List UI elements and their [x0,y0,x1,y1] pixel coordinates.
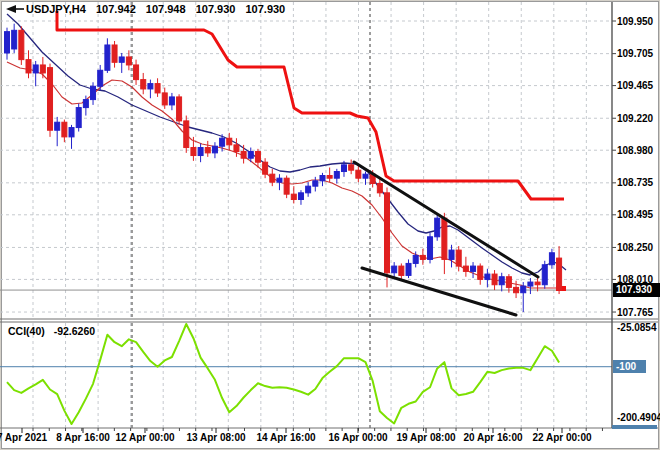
candle-bear [492,274,497,285]
candle-bear [535,282,540,285]
price-axis-label: 109.220 [617,113,654,124]
indicator-title: CCI(40) -92.6260 [8,325,101,337]
candle-bull [313,181,318,186]
cci-max-label: -25.0854 [617,322,656,333]
candle-bull [33,65,38,73]
candle-bull [55,122,60,130]
time-axis-label: 7 Apr 2021 [0,432,48,443]
candle-bear [126,57,131,65]
current-price-badge: 107.930 [613,283,660,297]
candle-bear [191,148,196,156]
candle-bear [478,266,483,279]
candle-bull [248,152,253,159]
cci-level-badge: -100 [613,360,646,373]
candle-bear [420,255,425,259]
candle-bear [506,277,511,288]
candle-bull [499,277,504,285]
time-axis-label: 22 Apr 00:00 [532,432,592,443]
candle-bull [220,138,225,146]
price-axis-label: 108.980 [617,145,654,156]
candle-bear [234,145,239,152]
time-axis-label: 20 Apr 16:00 [463,432,523,443]
chart-title-bar: USDJPY,H4 107.942 107.948 107.930 107.93… [26,3,292,15]
candle-bull [306,186,311,193]
candle-bull [320,176,325,181]
price-axis-label: 108.250 [617,242,654,253]
time-axis-label: 16 Apr 00:00 [328,432,388,443]
symbol-timeframe-label: USDJPY,H4 [26,3,86,15]
candle-bull [334,172,339,179]
candle-bear [19,30,24,59]
candle-bear [155,84,160,93]
candle-bull [449,250,454,259]
cci-min-label: -200.4904 [617,412,660,423]
price-chart-canvas[interactable]: 109.950109.705109.465109.220108.980108.7… [0,0,660,450]
indicator-value-label: -92.6260 [54,325,95,337]
candle-bull [76,108,81,128]
candle-bear [205,148,210,153]
candle-bear [270,174,275,182]
candle-bull [12,30,17,49]
time-axis-label: 12 Apr 00:00 [115,432,175,443]
ohlc-high-value: 107.948 [146,3,186,15]
price-axis-label: 108.495 [617,209,654,220]
candle-bear [557,258,562,290]
candle-bear [377,184,382,193]
candle-bull [341,165,346,172]
candle-bear [327,176,332,179]
candle-bear [356,170,361,178]
price-axis-label: 109.465 [617,80,654,91]
candle-bull [549,253,554,265]
candle-bear [284,178,289,194]
candle-bear [62,122,67,137]
candle-bear [241,152,246,159]
candle-bull [298,193,303,200]
candle-bear [40,65,45,73]
candle-bull [471,266,476,271]
candle-bull [363,174,368,178]
arrow-triangle [6,5,16,13]
candle-bull [83,100,88,108]
candle-bear [456,250,461,266]
candle-bear [48,68,53,131]
price-axis-label: 107.765 [617,307,654,318]
candle-bear [177,97,182,121]
candle-bear [184,121,189,148]
ohlc-low-value: 107.930 [196,3,236,15]
mt4-chart-window: { "window": { "symbol": "USDJPY,H4", "op… [0,0,660,450]
price-axis-label: 109.705 [617,48,654,59]
candle-bull [119,57,124,62]
candle-bear [227,138,232,145]
candle-bull [277,178,282,182]
candle-bear [134,65,139,80]
price-axis-label: 108.735 [617,177,654,188]
candle-bull [528,282,533,286]
price-axis-label: 109.950 [617,16,654,27]
candle-bear [263,162,268,174]
candle-bear [255,152,260,163]
time-axis-label: 14 Apr 16:00 [256,432,316,443]
subwindow-bottom-bar [612,425,657,429]
ohlc-open-value: 107.942 [96,3,136,15]
candle-bull [198,148,203,156]
candle-bear [442,218,447,259]
indicator-name-label: CCI(40) [8,325,45,337]
candle-bear [385,193,390,273]
candle-bear [291,194,296,199]
candle-bear [514,287,519,292]
chart-shift-arrow-icon[interactable] [5,4,25,14]
candle-bear [349,165,354,170]
candle-bear [162,93,167,105]
candle-bear [141,80,146,89]
candle-bear [112,45,117,62]
candle-bull [69,128,74,137]
candle-bear [399,266,404,275]
candle-bull [428,237,433,260]
candle-bear [463,266,468,271]
candle-bull [5,32,10,53]
candle-bull [98,70,103,86]
candle-bull [105,45,110,70]
cci-line [7,324,559,424]
time-axis-label: 13 Apr 08:00 [186,432,246,443]
candle-bear [26,60,31,73]
